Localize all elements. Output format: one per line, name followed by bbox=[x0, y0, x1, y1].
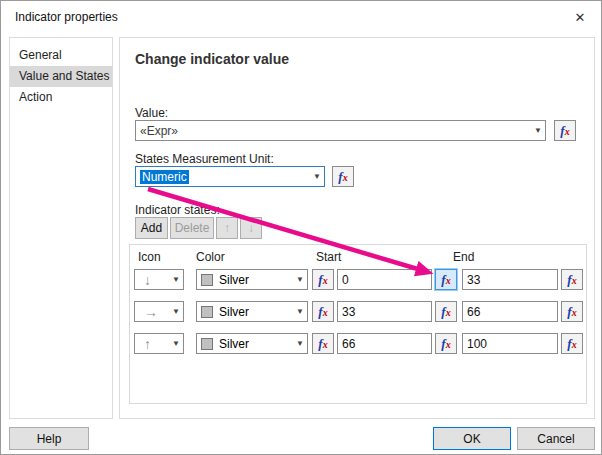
end-fx-button[interactable]: fx bbox=[561, 333, 583, 354]
sidebar-item-value-and-states[interactable]: Value and States bbox=[10, 66, 112, 87]
color-name: Silver bbox=[219, 273, 249, 287]
value-combobox-text: «Expr» bbox=[140, 124, 178, 138]
chevron-down-icon[interactable]: ▼ bbox=[296, 308, 304, 316]
end-input[interactable] bbox=[462, 301, 558, 322]
chevron-down-icon[interactable]: ▼ bbox=[172, 276, 180, 284]
chevron-down-icon[interactable]: ▼ bbox=[172, 308, 180, 316]
fx-x-glyph: x bbox=[572, 275, 577, 286]
end-input[interactable] bbox=[462, 269, 558, 290]
fx-x-glyph: x bbox=[323, 275, 328, 286]
icon-dropdown[interactable]: ↓ ▼ bbox=[134, 269, 184, 290]
column-header-color: Color bbox=[196, 250, 225, 264]
value-fx-button[interactable]: fx bbox=[554, 120, 576, 141]
color-fx-button[interactable]: fx bbox=[312, 269, 334, 290]
unit-label: States Measurement Unit: bbox=[135, 152, 274, 166]
sidebar-item-action[interactable]: Action bbox=[10, 87, 112, 108]
color-dropdown[interactable]: Silver ▼ bbox=[196, 269, 308, 290]
column-header-end: End bbox=[453, 250, 474, 264]
chevron-down-icon[interactable]: ▼ bbox=[313, 173, 321, 181]
color-name: Silver bbox=[219, 305, 249, 319]
table-row: ↓ ▼ Silver ▼ fx fx fx bbox=[134, 269, 584, 290]
indicator-states-label: Indicator states: bbox=[135, 203, 220, 217]
chevron-down-icon[interactable]: ▼ bbox=[534, 127, 542, 135]
delete-button[interactable]: Delete bbox=[170, 217, 214, 239]
chevron-down-icon[interactable]: ▼ bbox=[296, 276, 304, 284]
ok-button[interactable]: OK bbox=[433, 427, 511, 450]
page-title: Change indicator value bbox=[135, 51, 289, 67]
move-down-icon[interactable]: ↓ bbox=[240, 217, 262, 239]
titlebar: Indicator properties ✕ bbox=[1, 1, 601, 31]
table-row: → ▼ Silver ▼ fx fx fx bbox=[134, 301, 584, 322]
color-swatch bbox=[201, 338, 213, 350]
sidebar: General Value and States Action bbox=[9, 37, 113, 419]
start-fx-button[interactable]: fx bbox=[435, 333, 457, 354]
fx-x-glyph: x bbox=[343, 172, 348, 183]
move-up-icon[interactable]: ↑ bbox=[216, 217, 238, 239]
down-arrow-icon: ↓ bbox=[144, 271, 151, 289]
unit-combobox-text: Numeric bbox=[140, 170, 189, 184]
chevron-down-icon[interactable]: ▼ bbox=[296, 340, 304, 348]
up-arrow-icon: ↑ bbox=[144, 335, 151, 353]
start-fx-button[interactable]: fx bbox=[435, 269, 457, 290]
start-input[interactable] bbox=[337, 269, 432, 290]
indicator-states-table: Icon Color Start End ↓ ▼ Silver ▼ fx fx bbox=[129, 244, 587, 404]
fx-x-glyph: x bbox=[565, 126, 570, 137]
fx-x-glyph: x bbox=[446, 339, 451, 350]
column-header-start: Start bbox=[316, 250, 341, 264]
color-dropdown[interactable]: Silver ▼ bbox=[196, 301, 308, 322]
color-swatch bbox=[201, 274, 213, 286]
color-fx-button[interactable]: fx bbox=[312, 333, 334, 354]
end-input[interactable] bbox=[462, 333, 558, 354]
table-row: ↑ ▼ Silver ▼ fx fx fx bbox=[134, 333, 584, 354]
fx-x-glyph: x bbox=[572, 307, 577, 318]
start-input[interactable] bbox=[337, 333, 432, 354]
indicator-properties-dialog: Indicator properties ✕ General Value and… bbox=[0, 0, 602, 455]
chevron-down-icon[interactable]: ▼ bbox=[172, 340, 180, 348]
color-swatch bbox=[201, 306, 213, 318]
value-label: Value: bbox=[135, 106, 168, 120]
icon-dropdown[interactable]: ↑ ▼ bbox=[134, 333, 184, 354]
content-panel: Change indicator value Value: «Expr» ▼ f… bbox=[119, 37, 595, 419]
end-fx-button[interactable]: fx bbox=[561, 269, 583, 290]
help-button[interactable]: Help bbox=[9, 427, 89, 450]
sidebar-item-general[interactable]: General bbox=[10, 45, 112, 66]
add-button[interactable]: Add bbox=[135, 217, 168, 239]
value-combobox[interactable]: «Expr» ▼ bbox=[135, 120, 546, 141]
color-fx-button[interactable]: fx bbox=[312, 301, 334, 322]
right-arrow-icon: → bbox=[144, 303, 158, 321]
close-icon[interactable]: ✕ bbox=[567, 6, 593, 28]
column-header-icon: Icon bbox=[138, 250, 161, 264]
dialog-title: Indicator properties bbox=[15, 10, 118, 24]
start-input[interactable] bbox=[337, 301, 432, 322]
color-name: Silver bbox=[219, 337, 249, 351]
start-fx-button[interactable]: fx bbox=[435, 301, 457, 322]
fx-x-glyph: x bbox=[446, 275, 451, 286]
fx-x-glyph: x bbox=[323, 307, 328, 318]
fx-x-glyph: x bbox=[323, 339, 328, 350]
end-fx-button[interactable]: fx bbox=[561, 301, 583, 322]
unit-combobox[interactable]: Numeric ▼ bbox=[135, 166, 325, 187]
icon-dropdown[interactable]: → ▼ bbox=[134, 301, 184, 322]
cancel-button[interactable]: Cancel bbox=[517, 427, 595, 450]
fx-x-glyph: x bbox=[572, 339, 577, 350]
color-dropdown[interactable]: Silver ▼ bbox=[196, 333, 308, 354]
unit-fx-button[interactable]: fx bbox=[332, 166, 354, 187]
fx-x-glyph: x bbox=[446, 307, 451, 318]
